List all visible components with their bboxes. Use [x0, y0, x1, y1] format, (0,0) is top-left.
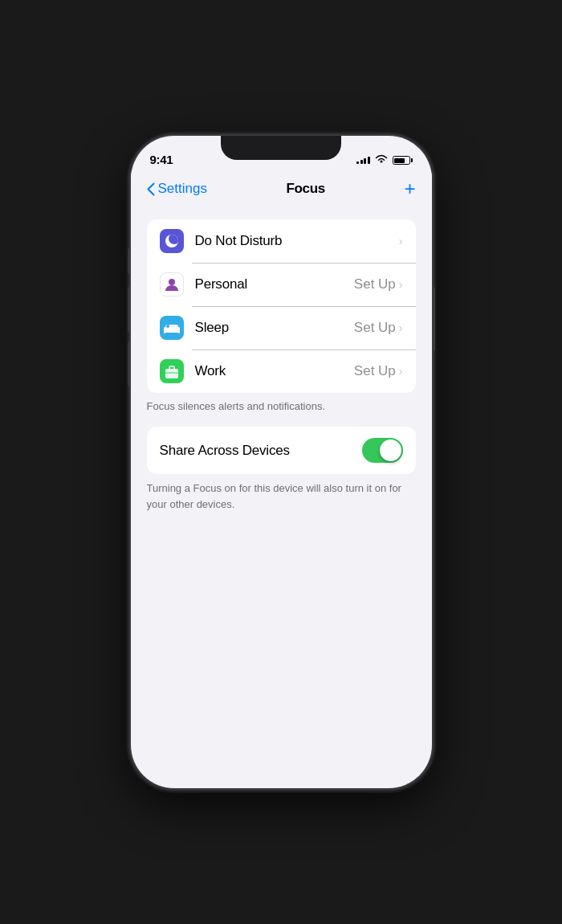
add-button[interactable]: +: [404, 178, 415, 200]
phone-screen: 9:41: [131, 136, 432, 788]
do-not-disturb-item[interactable]: Do Not Disturb ›: [147, 219, 416, 263]
svg-rect-7: [165, 369, 178, 378]
share-across-devices-card: Share Across Devices: [147, 427, 416, 474]
dnd-label: Do Not Disturb: [195, 233, 399, 249]
wifi-icon: [375, 154, 388, 166]
personal-icon: [160, 272, 184, 296]
signal-bar-4: [368, 157, 370, 164]
phone-frame: 9:41: [131, 136, 432, 788]
content-area: Do Not Disturb › Personal S: [131, 206, 432, 788]
sleep-right: Set Up ›: [354, 320, 403, 336]
svg-point-4: [166, 325, 169, 328]
sleep-setup-label: Set Up: [354, 320, 396, 336]
bed-icon: [163, 321, 181, 334]
sleep-chevron-icon: ›: [399, 321, 403, 334]
work-right: Set Up ›: [354, 363, 403, 379]
nav-bar: Settings Focus +: [131, 171, 432, 206]
personal-setup-label: Set Up: [354, 276, 396, 292]
sleep-icon: [160, 316, 184, 340]
dnd-right: ›: [399, 235, 403, 247]
sleep-item[interactable]: Sleep Set Up ›: [147, 306, 416, 350]
svg-point-0: [169, 279, 175, 285]
share-label: Share Across Devices: [160, 443, 290, 459]
status-icons: [356, 154, 413, 166]
svg-rect-6: [178, 331, 180, 333]
power-button[interactable]: [432, 287, 435, 351]
signal-bar-2: [360, 160, 363, 164]
svg-rect-5: [164, 331, 165, 333]
sleep-label: Sleep: [195, 320, 354, 336]
personal-item[interactable]: Personal Set Up ›: [147, 263, 416, 306]
person-icon: [164, 276, 180, 292]
work-chevron-icon: ›: [399, 365, 403, 378]
work-label: Work: [195, 363, 354, 379]
signal-icon: [356, 157, 370, 164]
toggle-knob: [380, 440, 401, 461]
briefcase-icon: [164, 362, 180, 380]
share-caption: Turning a Focus on for this device will …: [131, 474, 432, 512]
dnd-icon: [160, 229, 184, 253]
status-time: 9:41: [150, 153, 173, 166]
signal-bar-3: [364, 158, 366, 164]
back-label: Settings: [158, 181, 207, 197]
personal-label: Personal: [195, 276, 354, 292]
personal-chevron-icon: ›: [399, 278, 403, 291]
work-setup-label: Set Up: [354, 363, 396, 379]
work-item[interactable]: Work Set Up ›: [147, 350, 416, 393]
focus-list-card: Do Not Disturb › Personal S: [147, 219, 416, 393]
signal-bar-1: [356, 161, 359, 164]
back-button[interactable]: Settings: [147, 181, 207, 197]
work-icon: [160, 359, 184, 383]
dnd-chevron-icon: ›: [399, 235, 403, 247]
notch: [221, 136, 341, 160]
battery-icon: [393, 156, 413, 165]
personal-right: Set Up ›: [354, 276, 403, 292]
page-title: Focus: [286, 181, 325, 197]
focus-caption: Focus silences alerts and notifications.: [131, 393, 432, 427]
share-toggle[interactable]: [362, 438, 403, 463]
